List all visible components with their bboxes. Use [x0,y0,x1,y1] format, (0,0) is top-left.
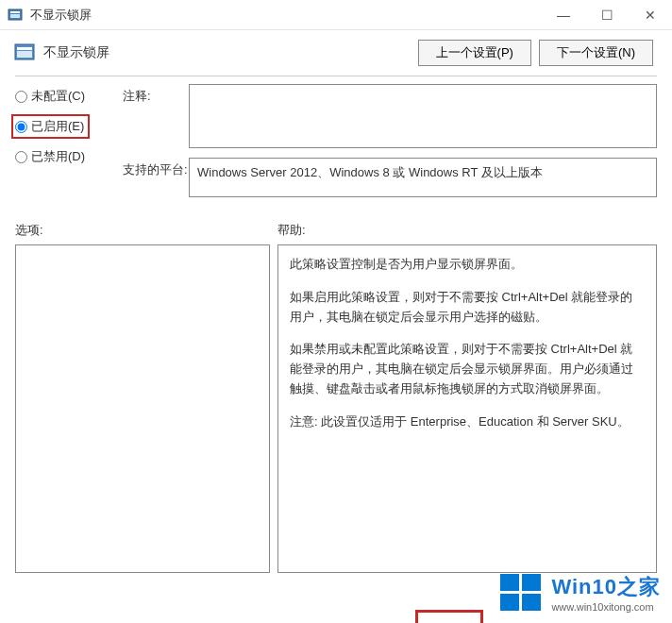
platform-label: 支持的平台: [123,158,189,197]
config-area: 未配置(C) 已启用(E) 已禁用(D) 注释: 支持的平台: Windows … [0,84,672,207]
enabled-highlight: 已启用(E) [11,114,90,139]
radio-enabled-input[interactable] [15,121,27,133]
lower-panes: 此策略设置控制是否为用户显示锁屏界面。 如果启用此策略设置，则对于不需要按 Ct… [0,244,672,573]
policy-icon [13,42,36,64]
nav-buttons: 上一个设置(P) 下一个设置(N) [418,40,653,66]
maximize-button[interactable]: ☐ [585,0,629,30]
comment-textarea[interactable] [189,84,657,148]
svg-rect-5 [17,51,32,58]
titlebar: 不显示锁屏 — ☐ ✕ [0,0,672,30]
help-p2: 如果启用此策略设置，则对于不需要按 Ctrl+Alt+Del 就能登录的用户，其… [290,288,645,328]
radio-not-configured-input[interactable] [15,91,27,103]
watermark-main: Win10之家 [551,573,661,601]
help-p1: 此策略设置控制是否为用户显示锁屏界面。 [290,255,645,275]
window-title: 不显示锁屏 [30,7,542,24]
minimize-button[interactable]: — [542,0,585,30]
comment-row: 注释: [123,84,657,148]
radio-enabled[interactable]: 已启用(E) [15,118,84,135]
radio-not-configured[interactable]: 未配置(C) [15,88,109,105]
svg-rect-4 [17,47,32,50]
radio-disabled[interactable]: 已禁用(D) [15,148,109,165]
svg-rect-9 [522,594,541,611]
platform-value: Windows Server 2012、Windows 8 或 Windows … [189,158,657,197]
radio-enabled-label: 已启用(E) [31,118,84,135]
help-pane: 此策略设置控制是否为用户显示锁屏界面。 如果启用此策略设置，则对于不需要按 Ct… [277,244,657,573]
app-icon [8,8,23,23]
close-button[interactable]: ✕ [629,0,672,30]
help-p3: 如果禁用或未配置此策略设置，则对于不需要按 Ctrl+Alt+Del 就能登录的… [290,340,645,398]
options-pane [15,244,270,573]
next-setting-button[interactable]: 下一个设置(N) [539,40,653,66]
platform-row: 支持的平台: Windows Server 2012、Windows 8 或 W… [123,158,657,197]
watermark-url: www.win10xitong.com [551,601,661,613]
watermark: Win10之家 www.win10xitong.com [498,570,661,615]
right-column: 注释: 支持的平台: Windows Server 2012、Windows 8… [123,84,657,207]
watermark-text: Win10之家 www.win10xitong.com [551,573,661,613]
separator [15,76,657,76]
header-row: 不显示锁屏 上一个设置(P) 下一个设置(N) [0,30,672,72]
svg-rect-7 [522,574,541,591]
svg-rect-6 [500,574,519,591]
radio-disabled-label: 已禁用(D) [31,148,85,165]
radio-not-configured-label: 未配置(C) [31,88,85,105]
svg-rect-8 [500,594,519,611]
options-label: 选项: [15,222,277,239]
radio-column: 未配置(C) 已启用(E) 已禁用(D) [15,84,109,207]
svg-rect-1 [10,11,20,13]
help-p4: 注意: 此设置仅适用于 Enterprise、Education 和 Serve… [290,413,645,432]
windows-logo-icon [498,570,544,615]
bottom-highlight-box [415,610,483,623]
policy-title: 不显示锁屏 [43,44,418,61]
window-controls: — ☐ ✕ [542,0,672,30]
prev-setting-button[interactable]: 上一个设置(P) [418,40,531,66]
comment-label: 注释: [123,84,189,148]
svg-rect-2 [10,14,20,18]
help-label: 帮助: [277,222,657,239]
lower-labels: 选项: 帮助: [0,207,672,244]
radio-disabled-input[interactable] [15,151,27,163]
